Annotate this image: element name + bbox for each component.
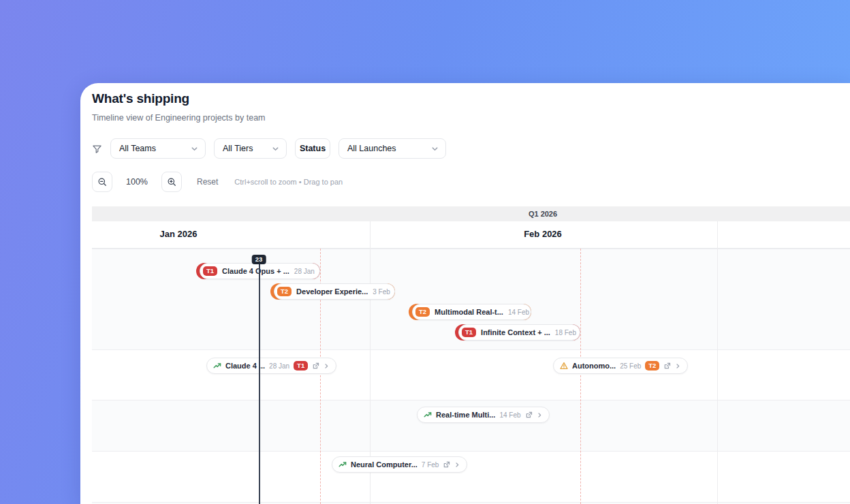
main-card: What's shipping Timeline view of Enginee… (80, 83, 850, 504)
row-separator (92, 451, 850, 452)
chevron-right-icon (454, 462, 460, 468)
zoom-level: 100% (126, 177, 148, 187)
trend-up-icon (424, 411, 432, 419)
timeline-bar[interactable]: T2Multimodal Real-t...14 Feb (409, 304, 531, 320)
tier-badge: T2 (415, 307, 430, 317)
chevron-right-icon (537, 412, 543, 418)
chevron-right-icon (324, 363, 330, 369)
launch-date-line (580, 249, 581, 504)
month-header (92, 221, 850, 249)
bar-end-date: 18 Feb (555, 329, 576, 336)
launches-filter-value: All Launches (347, 144, 396, 153)
zoom-in-button[interactable] (161, 172, 182, 192)
timeline-bar[interactable]: T2Developer Experie...3 Feb (270, 283, 395, 300)
timeline-bar-card: T1Infinite Context + ...18 Feb (458, 324, 580, 341)
bar-label: Infinite Context + ... (481, 328, 550, 336)
page-title: What's shipping (92, 91, 189, 106)
bar-end-date: 3 Feb (373, 288, 390, 296)
month-label: Jan 2026 (160, 229, 198, 239)
zoom-in-icon (167, 177, 176, 187)
row-separator (92, 502, 850, 503)
timeline-canvas[interactable]: Q1 2026 23 Jan 2026Feb 2026T1Claude 4 Op… (92, 206, 850, 504)
row-separator (92, 349, 850, 350)
external-link-icon (663, 362, 671, 370)
row-separator (92, 400, 850, 400)
bar-label: Multimodal Real-t... (435, 308, 503, 316)
teams-filter-dropdown[interactable]: All Teams (110, 138, 206, 159)
tier-badge: T1 (294, 361, 308, 371)
tiers-filter-dropdown[interactable]: All Tiers (214, 138, 287, 159)
zoom-toolbar: 100% Reset Ctrl+scroll to zoom • Drag to… (92, 172, 343, 192)
pan-zoom-hint: Ctrl+scroll to zoom • Drag to pan (234, 178, 343, 186)
chevron-right-icon (675, 363, 681, 369)
launches-filter-dropdown[interactable]: All Launches (339, 138, 446, 159)
tiers-filter-value: All Tiers (223, 144, 253, 153)
timeline-bar[interactable]: T1Infinite Context + ...18 Feb (455, 324, 580, 341)
external-link-icon (525, 411, 533, 419)
quarter-label: Q1 2026 (529, 210, 557, 218)
today-line (259, 264, 260, 504)
milestone-date: 25 Feb (620, 362, 641, 370)
teams-filter-value: All Teams (119, 144, 156, 153)
chevron-down-icon (272, 145, 279, 153)
tier-badge: T1 (203, 266, 217, 277)
milestone-pill[interactable]: Autonomo...25 FebT2 (553, 358, 688, 374)
filter-icon (92, 144, 102, 154)
row-separator (92, 249, 850, 249)
milestone-pill[interactable]: Real-time Multi...14 Feb (417, 407, 550, 423)
app-background: { "header": { "title": "What's shipping"… (0, 0, 850, 504)
milestone-pill[interactable]: Neural Computer...7 Feb (332, 456, 467, 473)
today-badge: 23 (252, 255, 266, 264)
reset-button[interactable]: Reset (197, 177, 218, 187)
status-filter-label: Status (300, 144, 326, 153)
bar-end-date: 14 Feb (508, 309, 529, 316)
zoom-out-icon (97, 177, 107, 187)
tier-badge: T1 (462, 328, 476, 338)
milestone-label: Real-time Multi... (436, 411, 495, 419)
month-gridline (717, 221, 718, 504)
milestone-label: Autonomo... (572, 362, 616, 370)
timeline-bar[interactable]: T1Claude 4 Opus + ...28 Jan (196, 263, 320, 279)
timeline-bar-card: T2Developer Experie...3 Feb (274, 283, 395, 300)
milestone-pill[interactable]: Claude 4 ...28 JanT1 (206, 358, 336, 374)
external-link-icon (312, 362, 319, 370)
chevron-down-icon (191, 145, 198, 153)
milestone-date: 7 Feb (422, 461, 439, 469)
filter-bar: All Teams All Tiers Status All Launches (92, 138, 446, 159)
trend-up-icon (213, 362, 221, 370)
bar-label: Claude 4 Opus + ... (222, 267, 289, 275)
month-label: Feb 2026 (524, 229, 562, 239)
milestone-date: 28 Jan (269, 362, 289, 370)
timeline-bar-card: T1Claude 4 Opus + ...28 Jan (200, 263, 320, 279)
chevron-down-icon (431, 145, 439, 153)
bar-label: Developer Experie... (296, 287, 368, 296)
page-subtitle: Timeline view of Engineering projects by… (92, 113, 266, 123)
milestone-label: Neural Computer... (351, 460, 418, 469)
timeline-bar-card: T2Multimodal Real-t...14 Feb (412, 304, 531, 320)
bar-end-date: 28 Jan (294, 268, 315, 275)
external-link-icon (443, 461, 450, 469)
zoom-out-button[interactable] (92, 172, 112, 192)
trend-up-icon (339, 460, 347, 469)
tier-badge: T2 (277, 287, 292, 297)
status-filter-button[interactable]: Status (295, 138, 330, 159)
tier-badge: T2 (645, 361, 659, 371)
milestone-date: 14 Feb (499, 411, 520, 419)
warning-icon (560, 362, 568, 370)
quarter-header: Q1 2026 (92, 206, 850, 221)
